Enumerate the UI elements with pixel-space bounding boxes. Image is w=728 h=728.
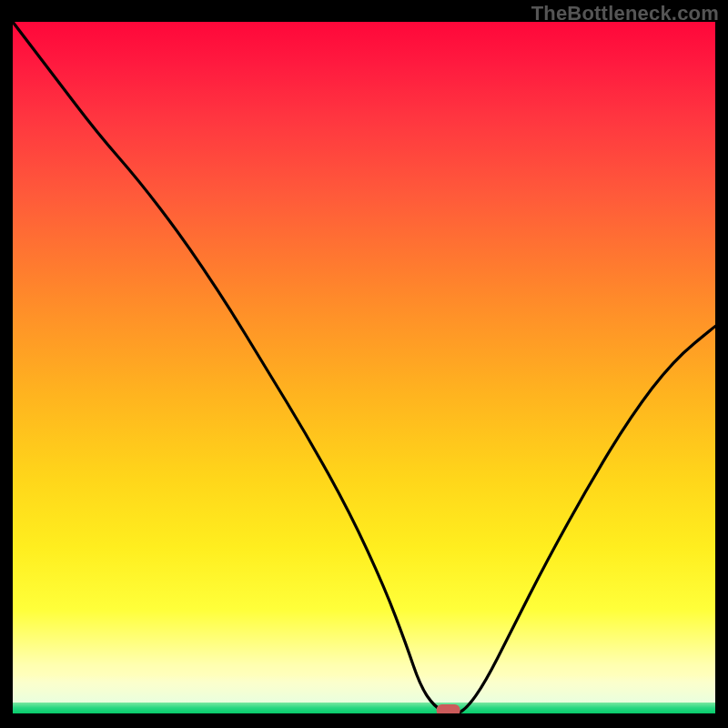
curve-layer: [13, 22, 715, 713]
chart-frame: TheBottleneck.com: [0, 0, 728, 728]
watermark-text: TheBottleneck.com: [531, 2, 719, 25]
plot-area: [13, 22, 715, 713]
bottleneck-curve: [13, 22, 715, 713]
optimal-marker: [437, 704, 460, 713]
